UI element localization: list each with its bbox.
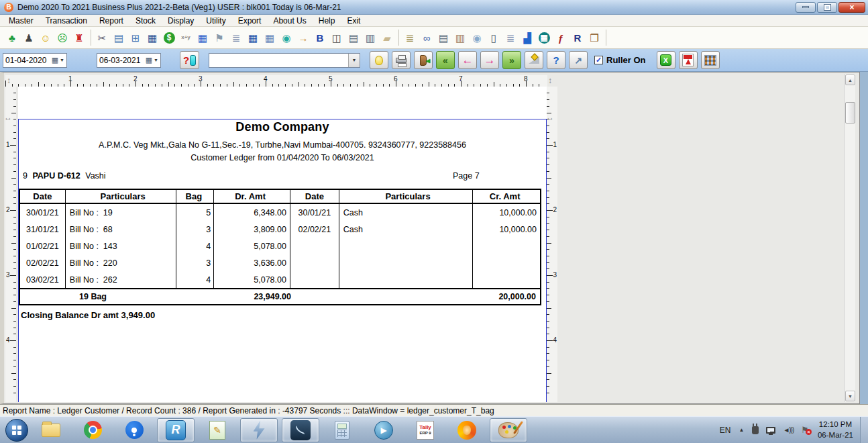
bar-chart-button[interactable]: ▟: [519, 30, 535, 46]
measure-tool-button[interactable]: [525, 51, 543, 69]
taskbar-item-firefox[interactable]: [448, 418, 486, 442]
print-button[interactable]: [392, 51, 411, 69]
menu-item-export[interactable]: Export: [232, 15, 268, 27]
next-page-button[interactable]: →: [480, 51, 499, 69]
first-page-button[interactable]: «: [436, 51, 455, 69]
action-center-icon[interactable]: ⚑×: [801, 425, 809, 435]
taskbar-item-tally[interactable]: Tally ERP 9: [406, 418, 444, 442]
page-setup-button[interactable]: [701, 51, 720, 69]
menu-item-display[interactable]: Display: [162, 15, 200, 27]
scroll-down-icon[interactable]: ▼: [845, 391, 855, 401]
red-figure-button[interactable]: ♜: [71, 30, 87, 46]
help-button[interactable]: ?: [547, 51, 565, 69]
menu-item-help[interactable]: Help: [313, 15, 341, 27]
taskbar-item-chrome[interactable]: [74, 418, 111, 442]
cabinet-button[interactable]: ▥: [452, 30, 468, 46]
bold-button[interactable]: B: [312, 30, 328, 46]
taskbar-item-lightning-app[interactable]: [240, 418, 278, 442]
menu-item-master[interactable]: Master: [3, 15, 40, 27]
volume-icon[interactable]: ◄))): [783, 426, 794, 434]
chevron-down-icon[interactable]: ▼: [154, 58, 158, 62]
calendar-window-button[interactable]: ▦: [144, 30, 160, 46]
ruler-vertical-handle-icon[interactable]: ↕: [548, 76, 552, 85]
form-edit-button[interactable]: ▤: [111, 30, 127, 46]
ruler-checkbox[interactable]: ✓: [594, 56, 603, 64]
combo-dropdown-button[interactable]: ▼: [348, 54, 360, 67]
server-copy-button[interactable]: ≣: [502, 30, 519, 46]
taskbar-item-businessplus[interactable]: R: [157, 418, 195, 442]
cut-button[interactable]: ✂: [94, 30, 110, 46]
database-stack-button[interactable]: ≣: [228, 30, 244, 46]
date-to-input[interactable]: 06-03-2021 ▦ ▼: [97, 53, 161, 68]
flag-button[interactable]: ⚑: [211, 30, 227, 46]
table-cell: 01/02/21: [20, 238, 66, 254]
ruler-horizontal-handle-icon[interactable]: ↔: [4, 113, 12, 122]
ruler-horizontal-handle-icon[interactable]: ↔: [546, 113, 554, 122]
scrollbar-thumb[interactable]: [845, 102, 855, 124]
table-grid-button[interactable]: ▦: [245, 30, 261, 46]
formula-xy-button[interactable]: x+y: [178, 30, 194, 46]
taskbar-item-maps[interactable]: [115, 418, 153, 442]
menu-item-exit[interactable]: Exit: [341, 15, 366, 27]
globe-truck-button[interactable]: ◉: [278, 30, 294, 46]
exit-door-button[interactable]: ❐: [586, 30, 602, 46]
open-book-button[interactable]: ◫: [329, 30, 345, 46]
menu-item-transaction[interactable]: Transaction: [40, 15, 93, 27]
money-bag-button[interactable]: $: [161, 30, 177, 46]
show-hidden-icons[interactable]: ▲: [739, 427, 744, 433]
vertical-scrollbar[interactable]: ▲ ▼: [844, 74, 855, 402]
comment-button[interactable]: ◉: [469, 30, 485, 46]
menu-item-stock[interactable]: Stock: [129, 15, 162, 27]
close-button[interactable]: ×: [838, 2, 865, 13]
previous-page-button[interactable]: ←: [458, 51, 477, 69]
menu-item-utility[interactable]: Utility: [200, 15, 231, 27]
taskbar-item-mysql[interactable]: [282, 418, 319, 442]
export-doc-button[interactable]: →: [295, 30, 311, 46]
notebook-button[interactable]: ▯: [486, 30, 502, 46]
search-torch-button[interactable]: ?: [180, 51, 199, 69]
restore-button[interactable]: [817, 2, 837, 13]
scroll-up-icon[interactable]: ▲: [845, 75, 855, 85]
exit-report-button[interactable]: ◂: [414, 51, 433, 69]
running-man-button[interactable]: R: [569, 30, 586, 46]
menu-item-about-us[interactable]: About Us: [267, 15, 312, 27]
page-note-button[interactable]: ▤: [435, 30, 451, 46]
taskbar-item-mediaplayer[interactable]: ▶: [365, 418, 402, 442]
language-indicator[interactable]: EN: [720, 426, 731, 435]
user-hat-button[interactable]: ♟: [21, 30, 37, 46]
last-page-button[interactable]: »: [502, 51, 521, 69]
zoom-window-button[interactable]: ↗: [569, 51, 588, 69]
palm-tree-button[interactable]: ♣: [4, 30, 20, 46]
calculator-button[interactable]: ▦: [536, 30, 552, 46]
minimize-button[interactable]: [796, 2, 816, 13]
taskbar-item-explorer[interactable]: [32, 418, 70, 442]
smiley-happy-button[interactable]: ☺: [38, 30, 54, 46]
ruler-vertical-handle-icon[interactable]: ↕: [7, 76, 11, 85]
start-button[interactable]: [5, 419, 28, 442]
table-grid2-button[interactable]: ▦: [262, 30, 278, 46]
taskbar-item-notepad[interactable]: ✎: [199, 418, 236, 442]
export-pdf-button[interactable]: [679, 51, 698, 69]
grid-blue-button[interactable]: ▦: [195, 30, 211, 46]
page-one-button[interactable]: ▤: [345, 30, 362, 46]
show-desktop-button[interactable]: [860, 417, 868, 443]
export-excel-button[interactable]: X: [657, 51, 675, 69]
ruler-checkbox-label[interactable]: Ruller On: [606, 55, 646, 65]
power-plug-icon[interactable]: [752, 426, 759, 434]
ledger-select-combo[interactable]: ▼: [209, 53, 360, 68]
function-fx-button[interactable]: ƒ: [553, 30, 569, 46]
menu-item-report[interactable]: Report: [93, 15, 129, 27]
smiley-sad-button[interactable]: ☹: [54, 30, 70, 46]
spectacles-button[interactable]: ∞: [419, 30, 435, 46]
network-icon[interactable]: [766, 427, 775, 434]
nodes-add-button[interactable]: ⊞: [127, 30, 144, 46]
tip-button[interactable]: [370, 51, 388, 69]
date-from-input[interactable]: 01-04-2020 ▦ ▼: [3, 53, 67, 68]
clock[interactable]: 12:10 PM 06-Mar-21: [818, 420, 853, 440]
taskbar-item-calculator[interactable]: [323, 418, 361, 442]
chevron-down-icon[interactable]: ▼: [60, 58, 64, 62]
eraser-button[interactable]: ▰: [379, 30, 395, 46]
database-search-button[interactable]: ≣: [402, 30, 418, 46]
page-twelve-button[interactable]: ▥: [362, 30, 378, 46]
taskbar-item-paint[interactable]: [490, 418, 527, 442]
